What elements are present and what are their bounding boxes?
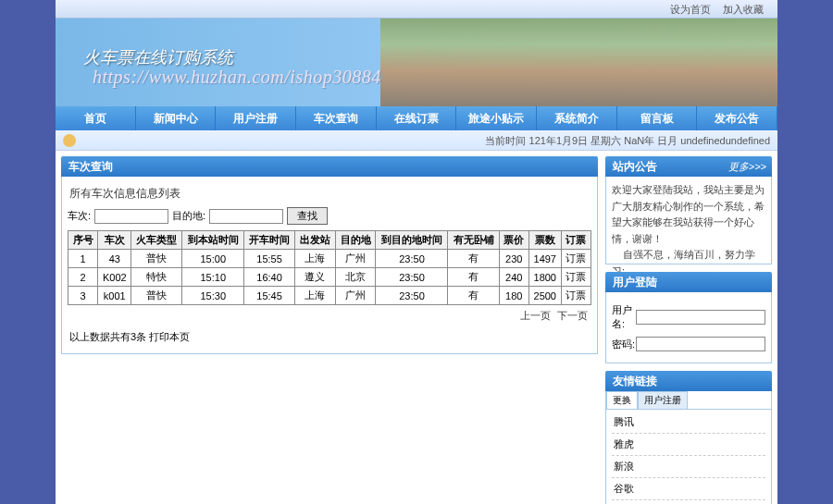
col-header: 车次 [98, 231, 131, 250]
dest-label: 目的地: [172, 209, 205, 223]
notice-body: 欢迎大家登陆我站，我站主要是为广大朋友精心制作的一个系统，希望大家能够在我站获得… [605, 177, 772, 264]
cell: 上海 [295, 287, 336, 305]
password-label: 密码: [612, 338, 636, 351]
cell: 180 [499, 287, 528, 305]
col-header: 目的地 [335, 231, 376, 250]
cell: 15:30 [182, 287, 244, 305]
nav-item-8[interactable]: 发布公告 [697, 106, 777, 130]
username-input[interactable] [636, 310, 765, 325]
set-home-link[interactable]: 设为首页 [670, 4, 711, 15]
cell: 有 [448, 250, 499, 268]
cell: 广州 [335, 287, 376, 305]
site-url: https://www.huzhan.com/ishop30884 [93, 67, 381, 88]
nav-item-6[interactable]: 系统简介 [537, 106, 617, 130]
friend-link-1[interactable]: 雅虎 [612, 434, 765, 456]
cell: 23:50 [376, 287, 448, 305]
nav-item-0[interactable]: 首页 [56, 106, 136, 130]
next-page[interactable]: 下一页 [557, 310, 588, 321]
cell: 特快 [131, 268, 182, 287]
notice-title: 站内公告 [613, 160, 657, 173]
cell: 43 [98, 250, 131, 268]
col-header: 火车类型 [131, 231, 182, 250]
results-table: 序号车次火车类型到本站时间开车时间出发站目的地到目的地时间有无卧铺票价票数订票 … [68, 230, 591, 305]
clock-icon [63, 134, 76, 147]
cell: 16:40 [244, 268, 295, 287]
cell: 遵义 [295, 268, 336, 287]
cell: 23:50 [376, 268, 448, 287]
query-panel-header: 车次查询 [61, 156, 598, 177]
cell: 有 [448, 287, 499, 305]
cell: 2 [68, 268, 98, 287]
cell: 广州 [335, 250, 376, 268]
cell: 上海 [295, 250, 336, 268]
cell: 230 [499, 250, 528, 268]
password-input[interactable] [636, 337, 765, 351]
nav-item-7[interactable]: 留言板 [617, 106, 698, 130]
train-no-input[interactable] [94, 209, 168, 224]
col-header: 序号 [68, 231, 98, 250]
col-header: 票价 [499, 231, 528, 250]
book-link[interactable]: 订票 [561, 250, 591, 268]
notice-panel: 站内公告 更多>>> 欢迎大家登陆我站，我站主要是为广大朋友精心制作的一个系统，… [605, 156, 772, 264]
site-title: 火车票在线订购系统 [83, 46, 233, 68]
col-header: 订票 [561, 231, 591, 250]
table-row: 2K002特快15:1016:40遵义北京23:50有2401800订票 [68, 268, 591, 287]
col-header: 出发站 [295, 231, 336, 250]
table-row: 3k001普快15:3015:45上海广州23:50有1802500订票 [68, 287, 591, 305]
nav-item-5[interactable]: 旅途小贴示 [456, 106, 537, 130]
notice-more-link[interactable]: 更多>>> [728, 156, 766, 177]
add-fav-link[interactable]: 加入收藏 [723, 4, 764, 15]
book-link[interactable]: 订票 [561, 268, 591, 287]
book-link[interactable]: 订票 [561, 287, 591, 305]
top-bar: 设为首页 加入收藏 [56, 0, 777, 18]
cell: 普快 [131, 287, 182, 305]
time-bar: 当前时间 121年1月9日 星期六 NaN年 日月 undefinedundef… [56, 130, 777, 151]
cell: 23:50 [376, 250, 448, 268]
cell: k001 [98, 287, 131, 305]
cell: 有 [448, 268, 499, 287]
nav-item-3[interactable]: 车次查询 [296, 106, 377, 130]
dest-input[interactable] [209, 209, 283, 224]
cell: 240 [499, 268, 528, 287]
train-no-label: 车次: [68, 209, 91, 223]
cell: 北京 [335, 268, 376, 287]
query-subtitle: 所有车次信息信息列表 [69, 186, 591, 202]
cell: 1800 [528, 268, 561, 287]
cell: 15:45 [244, 287, 295, 305]
friend-link-4[interactable]: 百度 [612, 500, 765, 504]
friend-link-3[interactable]: 谷歌 [612, 478, 765, 500]
time-value: 121年1月9日 星期六 NaN年 日月 undefinedundefined [529, 135, 770, 146]
cell: K002 [98, 268, 131, 287]
links-title: 友情链接 [605, 371, 772, 391]
cell: 15:00 [182, 250, 244, 268]
main-nav: 首页新闻中心用户注册车次查询在线订票旅途小贴示系统简介留言板发布公告 [56, 106, 777, 130]
results-summary: 以上数据共有3条 打印本页 [68, 326, 591, 348]
search-row: 车次: 目的地: 查找 [68, 207, 591, 225]
search-button[interactable]: 查找 [287, 207, 328, 225]
banner: 火车票在线订购系统 https://www.huzhan.com/ishop30… [56, 18, 777, 106]
cell: 1 [68, 250, 98, 268]
cell: 1497 [528, 250, 561, 268]
col-header: 有无卧铺 [448, 231, 499, 250]
nav-item-1[interactable]: 新闻中心 [136, 106, 217, 130]
cell: 15:55 [244, 250, 295, 268]
nav-item-4[interactable]: 在线订票 [377, 106, 457, 130]
cell: 2500 [528, 287, 561, 305]
login-panel: 用户登陆 用户名: 密码: [605, 272, 772, 363]
username-label: 用户名: [612, 303, 636, 331]
cell: 15:10 [182, 268, 244, 287]
friend-link-0[interactable]: 腾讯 [612, 412, 765, 434]
cell: 3 [68, 287, 98, 305]
links-panel: 友情链接 更换 用户注册 腾讯雅虎新浪谷歌百度 [605, 371, 772, 504]
pager: 上一页 下一页 [68, 305, 591, 326]
friend-link-2[interactable]: 新浪 [612, 456, 765, 478]
table-row: 143普快15:0015:55上海广州23:50有2301497订票 [68, 250, 591, 268]
prev-page[interactable]: 上一页 [520, 310, 551, 321]
cell: 普快 [131, 250, 182, 268]
col-header: 到本站时间 [182, 231, 244, 250]
links-tab-1[interactable]: 更换 [606, 391, 638, 409]
login-title: 用户登陆 [605, 272, 772, 292]
col-header: 票数 [528, 231, 561, 250]
nav-item-2[interactable]: 用户注册 [216, 106, 296, 130]
links-tab-2[interactable]: 用户注册 [638, 391, 688, 409]
